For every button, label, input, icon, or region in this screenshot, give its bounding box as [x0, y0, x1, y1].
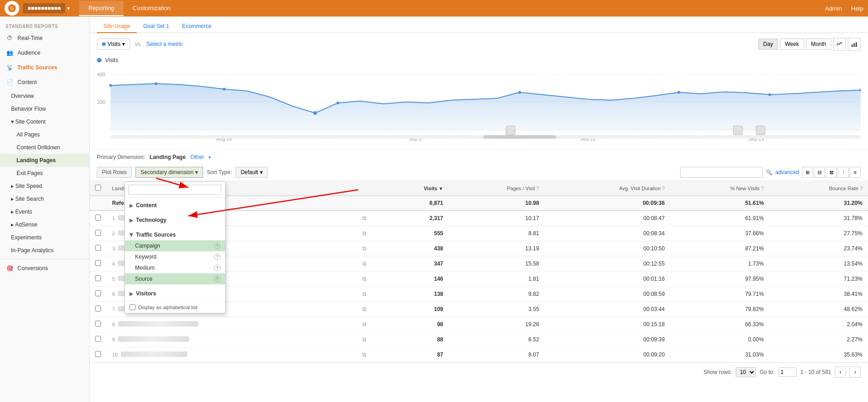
sidebar-item-site-content[interactable]: ▾ Site Content	[0, 115, 89, 128]
row3-copy-icon[interactable]: ⧉	[348, 241, 381, 256]
subnav-site-usage[interactable]: Site Usage	[97, 20, 137, 33]
dropdown-group-header-traffic-sources[interactable]: ▶ Traffic Sources	[125, 229, 225, 240]
dropdown-item-medium[interactable]: Medium ?	[125, 262, 225, 273]
row1-check[interactable]	[90, 210, 107, 226]
row10-copy-icon[interactable]: ⧉	[348, 347, 381, 362]
medium-info-icon[interactable]: ?	[214, 265, 220, 271]
col-header-bounce[interactable]: Bounce Rate ?	[769, 181, 868, 196]
dropdown-group-header-technology[interactable]: ▶ Technology	[125, 215, 225, 226]
sidebar-item-experiments[interactable]: Experiments	[0, 231, 89, 244]
row2-copy-icon[interactable]: ⧉	[348, 226, 381, 241]
line-chart-btn[interactable]	[833, 38, 846, 51]
bounce-info-icon[interactable]: ?	[860, 186, 862, 191]
row9-landing[interactable]: 9.	[107, 332, 348, 347]
dropdown-search-input[interactable]	[129, 185, 221, 195]
select-metric-link[interactable]: Select a metric	[147, 41, 183, 47]
secondary-dimension-button[interactable]: Secondary dimension ▾	[135, 167, 203, 178]
row1-checkbox[interactable]	[95, 215, 101, 221]
time-btn-week[interactable]: Week	[780, 39, 804, 50]
row9-check[interactable]	[90, 332, 107, 347]
row10-landing[interactable]: 10.	[107, 347, 348, 362]
pages-info-icon[interactable]: ?	[536, 186, 539, 191]
dropdown-item-source[interactable]: Source ?	[125, 273, 225, 284]
metric-button[interactable]: Visits ▾	[97, 39, 130, 50]
sidebar-item-content[interactable]: 📄 Content	[0, 75, 89, 90]
search-icon[interactable]: 🔍	[766, 169, 772, 176]
plot-rows-button[interactable]: Plot Rows	[97, 167, 132, 178]
sidebar-item-overview[interactable]: Overview	[0, 90, 89, 102]
row5-checkbox[interactable]	[95, 275, 101, 281]
sidebar-item-realtime[interactable]: ⏱ Real-Time	[0, 31, 89, 45]
prev-page-button[interactable]: ‹	[835, 367, 846, 378]
sidebar-item-exit-pages[interactable]: Exit Pages	[0, 167, 89, 180]
tab-reporting[interactable]: Reporting	[79, 1, 123, 16]
row9-copy-icon[interactable]: ⧉	[348, 332, 381, 347]
sidebar-item-all-pages[interactable]: All Pages	[0, 128, 89, 141]
col-header-visits[interactable]: Visits ▼	[381, 181, 449, 196]
row4-copy-icon[interactable]: ⧉	[348, 256, 381, 272]
account-name[interactable]: ■■■■■■■■■■	[23, 3, 65, 13]
time-btn-month[interactable]: Month	[806, 39, 831, 50]
row3-check[interactable]	[90, 241, 107, 256]
sidebar-item-audience[interactable]: 👥 Audience	[0, 45, 89, 60]
row4-checkbox[interactable]	[95, 260, 101, 266]
default-sort-button[interactable]: Default ▾	[236, 167, 268, 178]
next-page-button[interactable]: ›	[850, 367, 861, 378]
row1-copy-icon[interactable]: ⧉	[348, 210, 381, 226]
campaign-info-icon[interactable]: ?	[214, 243, 220, 249]
dropdown-item-keyword[interactable]: Keyword ?	[125, 251, 225, 262]
row8-checkbox[interactable]	[95, 321, 101, 327]
custom-view-btn[interactable]: ⋮	[838, 167, 849, 178]
row7-check[interactable]	[90, 302, 107, 317]
search-input[interactable]	[680, 167, 763, 178]
select-all-checkbox[interactable]	[95, 185, 101, 191]
new-visits-info-icon[interactable]: ?	[761, 186, 764, 191]
row6-checkbox[interactable]	[95, 290, 101, 296]
row4-check[interactable]	[90, 256, 107, 272]
time-btn-day[interactable]: Day	[758, 39, 778, 50]
bar-chart-btn[interactable]	[848, 38, 861, 51]
alphabetical-checkbox[interactable]	[130, 304, 135, 310]
logo[interactable]: G	[5, 1, 19, 16]
row2-checkbox[interactable]	[95, 230, 101, 236]
grid-view-btn[interactable]: ⊞	[802, 167, 813, 178]
keyword-info-icon[interactable]: ?	[214, 254, 220, 260]
source-info-icon[interactable]: ?	[214, 276, 220, 282]
advanced-link[interactable]: advanced	[775, 169, 799, 176]
dropdown-item-campaign[interactable]: Campaign ?	[125, 240, 225, 251]
sidebar-item-content-drilldown[interactable]: Content Drilldown	[0, 141, 89, 154]
sidebar-item-in-page-analytics[interactable]: In-Page Analytics	[0, 244, 89, 257]
row6-copy-icon[interactable]: ⧉	[348, 287, 381, 302]
row5-copy-icon[interactable]: ⧉	[348, 272, 381, 287]
sidebar-item-traffic-sources[interactable]: 📡 Traffic Sources	[0, 60, 89, 75]
dropdown-group-header-content[interactable]: ▶ Content	[125, 200, 225, 211]
primary-dim-value[interactable]: Landing Page	[150, 154, 186, 160]
col-header-avg-duration[interactable]: Avg. Visit Duration ?	[545, 181, 671, 196]
dropdown-group-header-visitors[interactable]: ▶ Visitors	[125, 288, 225, 299]
rows-per-page-select[interactable]: 10 25 50	[736, 367, 756, 377]
row9-checkbox[interactable]	[95, 336, 101, 342]
row3-checkbox[interactable]	[95, 245, 101, 251]
sidebar-item-events[interactable]: ▸ Events	[0, 205, 89, 218]
row8-check[interactable]	[90, 317, 107, 332]
row8-landing[interactable]: 8.	[107, 317, 348, 332]
col-header-new-visits[interactable]: % New Visits ?	[670, 181, 769, 196]
tab-customization[interactable]: Customization	[124, 1, 180, 16]
sidebar-item-site-search[interactable]: ▸ Site Search	[0, 193, 89, 205]
subnav-goal-set-1[interactable]: Goal Set 1	[137, 20, 176, 33]
comparison-view-btn[interactable]: ⊟	[814, 167, 825, 178]
other-link[interactable]: Other	[190, 154, 204, 160]
row10-check[interactable]	[90, 347, 107, 362]
row8-copy-icon[interactable]: ⧉	[348, 317, 381, 332]
sidebar-item-behavior-flow[interactable]: Behavior Flow	[0, 102, 89, 115]
density-view-btn[interactable]: ≡	[850, 167, 861, 178]
row10-checkbox[interactable]	[95, 351, 101, 357]
subnav-ecommerce[interactable]: Ecommerce	[175, 20, 218, 33]
row5-check[interactable]	[90, 272, 107, 287]
alphabetical-label[interactable]: Display as alphabetical list	[138, 305, 197, 310]
sidebar-item-adsense[interactable]: ▸ AdSense	[0, 218, 89, 231]
row2-check[interactable]	[90, 226, 107, 241]
help-link[interactable]: Help	[851, 5, 863, 12]
row7-copy-icon[interactable]: ⧉	[348, 302, 381, 317]
row6-check[interactable]	[90, 287, 107, 302]
